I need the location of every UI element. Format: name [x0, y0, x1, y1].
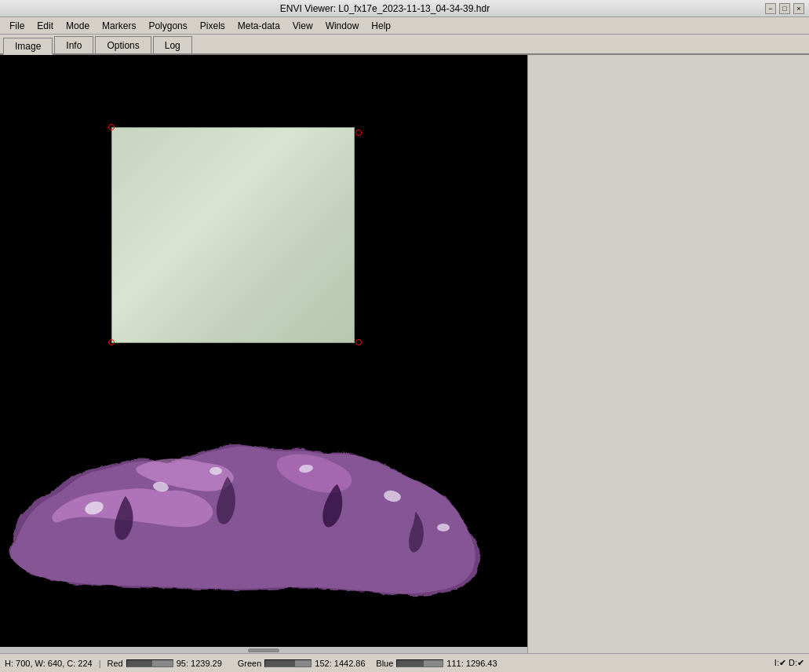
menu-pixels[interactable]: Pixels [194, 17, 231, 34]
tab-info[interactable]: Info [54, 36, 93, 53]
menu-bar: File Edit Mode Markers Polygons Pixels M… [0, 17, 809, 35]
corner-marker-bottom-left [108, 339, 115, 345]
scroll-thumb-horizontal [248, 648, 279, 652]
minimize-button[interactable]: − [765, 3, 776, 14]
green-indicator [264, 659, 312, 667]
blue-fill [397, 660, 424, 667]
tab-bar: Image Info Options Log [0, 35, 809, 55]
right-panel [527, 55, 809, 653]
red-indicator [126, 659, 173, 667]
corner-marker-bottom-right [355, 339, 362, 345]
svg-point-5 [437, 524, 450, 531]
green-fill [265, 660, 295, 667]
menu-metadata[interactable]: Meta-data [231, 17, 286, 34]
tab-image[interactable]: Image [3, 38, 53, 55]
tab-log[interactable]: Log [153, 36, 192, 53]
corner-marker-top-left [108, 124, 115, 130]
image-panel[interactable] [0, 55, 527, 653]
main-content [0, 55, 809, 653]
rock-specimen [8, 433, 514, 598]
svg-point-2 [210, 467, 222, 475]
scene-canvas [0, 55, 527, 653]
maximize-button[interactable]: □ [779, 3, 790, 14]
corner-marker-top-right [355, 130, 362, 136]
green-label: Green [238, 659, 262, 668]
green-value: 152: 1442.86 [315, 659, 370, 668]
menu-markers[interactable]: Markers [96, 17, 142, 34]
hw-info: H: 700, W: 640, C: 224 [5, 659, 93, 668]
blue-section: Blue 111: 1296.43 [376, 659, 501, 668]
window-controls: − □ × [765, 3, 804, 14]
menu-polygons[interactable]: Polygons [142, 17, 193, 34]
menu-mode[interactable]: Mode [60, 17, 96, 34]
tab-options[interactable]: Options [95, 36, 151, 53]
blue-label: Blue [376, 659, 393, 668]
id-section: I:✔ D:✔ [774, 658, 804, 668]
menu-view[interactable]: View [286, 17, 319, 34]
red-section: Red 95: 1239.29 [108, 659, 231, 668]
red-fill [127, 660, 152, 667]
menu-help[interactable]: Help [365, 17, 397, 34]
menu-edit[interactable]: Edit [31, 17, 60, 34]
horizontal-scrollbar[interactable] [0, 647, 527, 653]
menu-window[interactable]: Window [319, 17, 366, 34]
blue-indicator [396, 659, 443, 667]
menu-file[interactable]: File [3, 17, 31, 34]
status-bar: H: 700, W: 640, C: 224 | Red 95: 1239.29… [0, 653, 809, 672]
blue-value: 111: 1296.43 [446, 659, 501, 668]
red-value: 95: 1239.29 [177, 659, 231, 668]
red-label: Red [108, 659, 123, 668]
title-bar: ENVI Viewer: L0_fx17e_2023-11-13_04-34-3… [0, 0, 809, 17]
calibration-panel [111, 127, 355, 343]
green-section: Green 152: 1442.86 [238, 659, 370, 668]
close-button[interactable]: × [793, 3, 804, 14]
id-label: I:✔ D:✔ [774, 658, 804, 668]
window-title: ENVI Viewer: L0_fx17e_2023-11-13_04-34-3… [5, 3, 765, 14]
